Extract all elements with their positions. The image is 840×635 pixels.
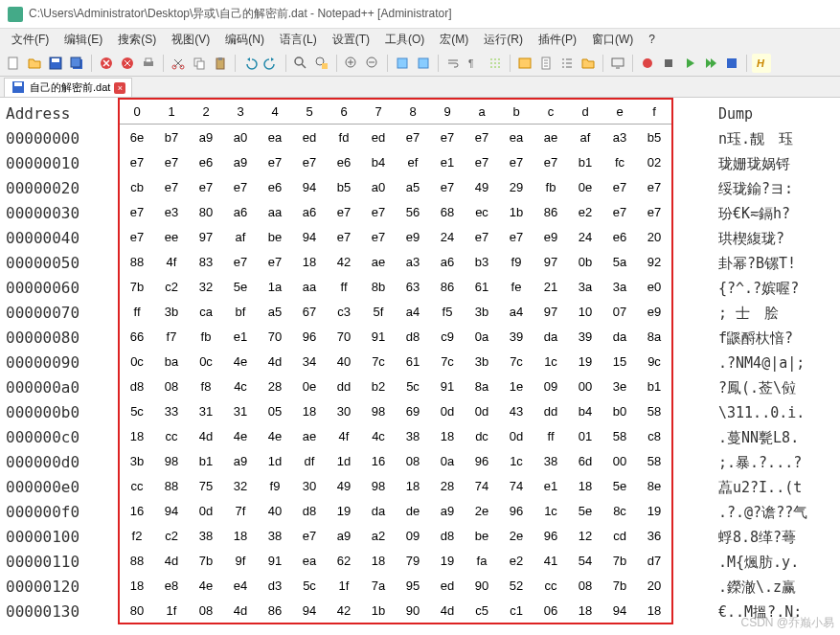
hex-cell[interactable]: 8a (465, 374, 499, 398)
hex-cell[interactable]: e7 (637, 199, 671, 224)
hex-cell[interactable]: bf (223, 299, 258, 324)
hex-cell[interactable]: a4 (499, 299, 534, 324)
hex-cell[interactable]: 28 (430, 473, 465, 498)
hex-cell[interactable]: 08 (396, 448, 430, 473)
hex-cell[interactable]: dc (465, 423, 499, 448)
hex-cell[interactable]: 86 (258, 598, 292, 623)
hex-cell[interactable]: a0 (361, 174, 396, 199)
hex-cell[interactable]: 1f (327, 573, 361, 598)
hex-cell[interactable]: 18 (568, 473, 602, 498)
hex-cell[interactable]: 33 (154, 398, 189, 423)
hex-cell[interactable]: 10 (568, 299, 602, 324)
hex-cell[interactable]: e3 (154, 199, 189, 224)
hex-cell[interactable]: 00 (568, 374, 602, 398)
hex-cell[interactable]: d8 (120, 374, 154, 398)
doc-map-icon[interactable] (536, 54, 556, 73)
hex-cell[interactable]: aa (258, 199, 292, 224)
hex-cell[interactable]: 0e (292, 374, 327, 398)
hex-cell[interactable]: 5a (602, 249, 637, 274)
hex-cell[interactable]: be (258, 224, 292, 249)
hex-cell[interactable]: e1 (534, 473, 568, 498)
hex-cell[interactable]: a4 (396, 299, 430, 324)
hex-cell[interactable]: e7 (534, 149, 568, 174)
hex-cell[interactable]: a9 (223, 149, 258, 174)
save-macro-icon[interactable] (722, 54, 741, 73)
menu-item[interactable]: 语言(L) (272, 32, 325, 48)
hex-cell[interactable]: 30 (327, 398, 361, 423)
hex-cell[interactable]: a6 (223, 199, 258, 224)
hex-cell[interactable]: 29 (499, 174, 534, 199)
hex-cell[interactable]: 49 (327, 473, 361, 498)
hex-cell[interactable]: 08 (154, 374, 189, 398)
hex-cell[interactable]: e7 (499, 224, 534, 249)
close-icon[interactable] (97, 54, 116, 73)
hex-cell[interactable]: 16 (361, 448, 396, 473)
hex-cell[interactable]: e7 (602, 174, 637, 199)
tab-close-icon[interactable]: × (114, 82, 125, 94)
hex-cell[interactable]: 98 (154, 448, 189, 473)
hex-cell[interactable]: 90 (465, 573, 499, 598)
menu-item[interactable]: 工具(O) (377, 32, 432, 48)
hex-cell[interactable]: 0a (430, 448, 465, 473)
hex-cell[interactable]: 91 (258, 548, 292, 573)
hex-cell[interactable]: a9 (430, 498, 465, 523)
hex-cell[interactable]: 98 (361, 398, 396, 423)
hex-cell[interactable]: 5e (223, 274, 258, 299)
hex-cell[interactable]: ff (534, 423, 568, 448)
hex-cell[interactable]: a2 (361, 523, 396, 548)
hex-cell[interactable]: 3b (120, 448, 154, 473)
hex-cell[interactable]: e7 (430, 174, 465, 199)
hex-cell[interactable]: e4 (223, 573, 258, 598)
hex-cell[interactable]: 70 (258, 324, 292, 349)
hex-cell[interactable]: cb (120, 174, 154, 199)
hex-cell[interactable]: 86 (430, 274, 465, 299)
hex-cell[interactable]: 20 (637, 573, 671, 598)
hex-cell[interactable]: 97 (534, 299, 568, 324)
hex-cell[interactable]: e7 (396, 125, 430, 149)
hex-cell[interactable]: 91 (430, 374, 465, 398)
hex-cell[interactable]: e8 (154, 573, 189, 598)
menu-item[interactable]: 文件(F) (4, 32, 57, 48)
hex-cell[interactable]: 4f (154, 249, 189, 274)
replace-icon[interactable] (312, 54, 331, 73)
hex-cell[interactable]: fd (327, 125, 361, 149)
hex-cell[interactable]: 19 (430, 548, 465, 573)
hex-cell[interactable]: 0d (430, 398, 465, 423)
hex-cell[interactable]: 7a (361, 573, 396, 598)
hex-cell[interactable]: f2 (120, 523, 154, 548)
hex-cell[interactable]: 18 (292, 249, 327, 274)
hex-cell[interactable]: 75 (189, 473, 223, 498)
hex-cell[interactable]: ca (189, 299, 223, 324)
hex-cell[interactable]: 32 (223, 473, 258, 498)
hex-cell[interactable]: aa (292, 274, 327, 299)
hex-cell[interactable]: 3b (154, 299, 189, 324)
hex-cell[interactable]: e7 (465, 149, 499, 174)
hex-cell[interactable]: 5e (568, 498, 602, 523)
hex-cell[interactable]: 94 (292, 174, 327, 199)
hex-cell[interactable]: af (223, 224, 258, 249)
hex-cell[interactable]: e7 (189, 174, 223, 199)
hex-cell[interactable]: b5 (327, 174, 361, 199)
hex-cell[interactable]: 83 (189, 249, 223, 274)
play-multi-icon[interactable] (701, 54, 720, 73)
sync-h-icon[interactable] (414, 54, 433, 73)
hex-cell[interactable]: e7 (120, 199, 154, 224)
hex-cell[interactable]: 6e (120, 125, 154, 149)
hex-cell[interactable]: 4d (430, 598, 465, 623)
hex-cell[interactable]: e7 (361, 224, 396, 249)
hex-cell[interactable]: d8 (430, 523, 465, 548)
hex-cell[interactable]: b1 (568, 149, 602, 174)
hex-cell[interactable]: 18 (120, 573, 154, 598)
hex-cell[interactable]: 18 (120, 423, 154, 448)
hex-cell[interactable]: 7b (602, 548, 637, 573)
hex-cell[interactable]: 4c (361, 423, 396, 448)
hex-cell[interactable]: 86 (534, 199, 568, 224)
hex-cell[interactable]: 98 (361, 473, 396, 498)
menu-item[interactable]: 宏(M) (432, 32, 476, 48)
hex-cell[interactable]: be (465, 523, 499, 548)
hex-cell[interactable]: fb (189, 324, 223, 349)
hex-cell[interactable]: 38 (189, 523, 223, 548)
hex-cell[interactable]: e7 (637, 174, 671, 199)
hex-cell[interactable]: ae (292, 423, 327, 448)
hex-cell[interactable]: 3b (465, 349, 499, 374)
